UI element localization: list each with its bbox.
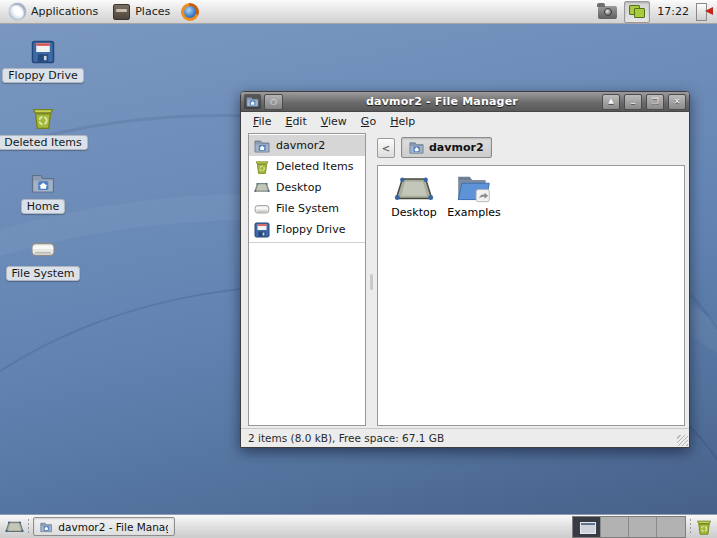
taskbar-button-file-manager[interactable]: davmor2 - File Manager: [33, 517, 175, 536]
file-item-label: Examples: [447, 206, 500, 219]
file-item-desktop[interactable]: Desktop: [388, 173, 440, 219]
home-folder-icon: [40, 520, 52, 534]
network-monitor-button[interactable]: [624, 1, 650, 23]
desktop-icon-floppy-drive[interactable]: Floppy Drive: [1, 40, 85, 83]
harddrive-icon: [254, 201, 270, 217]
desktop-icon-file-system[interactable]: File System: [1, 236, 85, 281]
shortcuts-sidebar: davmor2 Deleted Items Desktop File Syste…: [248, 133, 366, 426]
file-manager-window: ○ davmor2 - File Manager ▲ _ ❐ ✕ File Ed…: [240, 91, 690, 448]
trash-icon: [30, 105, 56, 131]
top-panel: Applications Places 17:22: [0, 0, 717, 24]
status-text: 2 items (8.0 kB), Free space: 67.1 GB: [248, 432, 444, 444]
workspace-1[interactable]: [573, 517, 601, 537]
screenshot-camera-icon[interactable]: [598, 6, 617, 19]
places-menu[interactable]: Places: [109, 3, 174, 21]
desktop-icon-home[interactable]: Home: [1, 171, 85, 214]
main-pane: < davmor2 Desktop Examples: [377, 133, 685, 426]
clock: 17:22: [657, 5, 689, 18]
back-button[interactable]: <: [377, 138, 395, 158]
desktop-icon-label: Home: [21, 199, 65, 214]
harddrive-icon: [30, 236, 56, 262]
places-drawer-icon: [113, 4, 130, 20]
desktop-icon-label: Deleted Items: [0, 135, 88, 150]
menu-edit[interactable]: Edit: [278, 113, 313, 130]
sidebar-item-deleted-items[interactable]: Deleted Items: [249, 156, 365, 177]
window-titlebar[interactable]: ○ davmor2 - File Manager ▲ _ ❐ ✕: [241, 92, 689, 112]
menu-view[interactable]: View: [314, 113, 354, 130]
shade-button[interactable]: ▲: [602, 94, 620, 110]
path-button-label: davmor2: [429, 141, 484, 154]
sidebar-item-label: File System: [276, 202, 339, 215]
home-folder-icon: [31, 171, 55, 195]
desktop-background: Floppy Drive Deleted Items Home File Sys…: [0, 24, 717, 514]
sidebar-item-desktop[interactable]: Desktop: [249, 177, 365, 198]
floppy-icon: [254, 222, 270, 238]
desktop-icon-deleted-items[interactable]: Deleted Items: [1, 105, 85, 150]
sidebar-item-label: Desktop: [276, 181, 321, 194]
taskbar-button-label: davmor2 - File Manager: [58, 521, 168, 533]
applications-menu[interactable]: Applications: [5, 2, 102, 21]
window-title: davmor2 - File Manager: [286, 95, 598, 108]
sidebar-item-file-system[interactable]: File System: [249, 198, 365, 219]
folder-link-icon: [455, 173, 493, 205]
workspace-2[interactable]: [601, 517, 629, 537]
logout-door-icon[interactable]: [696, 3, 712, 20]
desktop-icon: [394, 173, 434, 205]
floppy-icon: [31, 40, 55, 64]
desktop-icon: [254, 181, 270, 194]
window-app-icon[interactable]: [244, 94, 261, 109]
file-item-examples[interactable]: Examples: [448, 173, 500, 219]
network-monitor-icon: [629, 5, 645, 18]
file-item-label: Desktop: [391, 206, 436, 219]
sidebar-item-label: davmor2: [276, 139, 325, 152]
sidebar-item-label: Deleted Items: [276, 160, 353, 173]
workspace-4[interactable]: [657, 517, 685, 537]
maximize-button[interactable]: ❐: [646, 94, 664, 110]
sidebar-item-floppy-drive[interactable]: Floppy Drive: [249, 219, 365, 240]
trash-applet-icon[interactable]: [695, 518, 713, 536]
bottom-panel: davmor2 - File Manager: [0, 514, 717, 538]
window-content: davmor2 Deleted Items Desktop File Syste…: [241, 131, 689, 428]
menu-file[interactable]: File: [246, 113, 278, 130]
workspace-window-thumbnail: [580, 522, 596, 534]
workspace-switcher: [572, 516, 686, 538]
panel-separator: [690, 519, 691, 535]
menu-help[interactable]: Help: [383, 113, 422, 130]
path-button-davmor2[interactable]: davmor2: [401, 137, 492, 158]
trash-icon: [254, 159, 270, 175]
places-menu-label: Places: [135, 5, 170, 18]
menu-bar: File Edit View Go Help: [241, 112, 689, 131]
file-list-view[interactable]: Desktop Examples: [377, 165, 685, 426]
minimize-button[interactable]: _: [624, 94, 642, 110]
panel-separator: [28, 519, 29, 535]
close-button[interactable]: ✕: [668, 94, 686, 110]
resize-grip[interactable]: [677, 435, 688, 446]
location-toolbar: < davmor2: [377, 133, 685, 165]
window-menu-button[interactable]: ○: [264, 94, 283, 110]
workspace-3[interactable]: [629, 517, 657, 537]
firefox-launcher-icon[interactable]: [181, 3, 199, 21]
xfce-logo-icon: [9, 3, 26, 20]
home-folder-icon: [409, 140, 424, 155]
pane-splitter[interactable]: [370, 133, 373, 426]
home-folder-icon: [254, 138, 270, 154]
sidebar-separator: [249, 242, 365, 243]
desktop-icon-label: Floppy Drive: [2, 68, 83, 83]
applications-menu-label: Applications: [31, 5, 98, 18]
sidebar-item-label: Floppy Drive: [276, 223, 345, 236]
home-folder-icon: [246, 95, 259, 108]
system-tray: 17:22: [598, 1, 712, 23]
menu-go[interactable]: Go: [354, 113, 383, 130]
desktop-icon-label: File System: [6, 266, 81, 281]
status-bar: 2 items (8.0 kB), Free space: 67.1 GB: [241, 428, 689, 447]
show-desktop-icon[interactable]: [4, 518, 24, 536]
sidebar-item-davmor2[interactable]: davmor2: [249, 135, 365, 156]
